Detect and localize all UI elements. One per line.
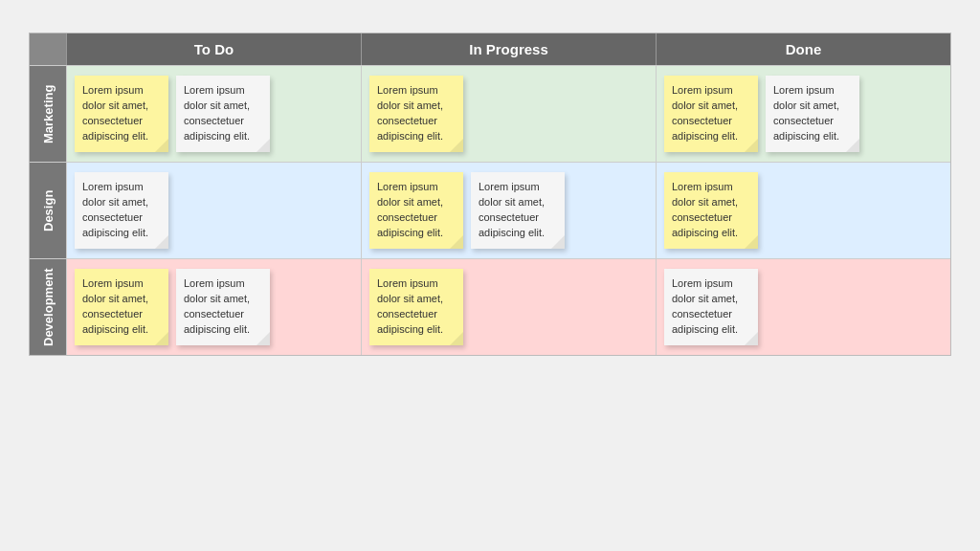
row-label-design: Design — [30, 163, 66, 258]
sticky-note: Lorem ipsum dolor sit amet, consectetuer… — [664, 172, 758, 249]
sticky-note: Lorem ipsum dolor sit amet, consectetuer… — [369, 76, 463, 152]
cell-design-in-progress: Lorem ipsum dolor sit amet, consectetuer… — [361, 163, 656, 258]
row-design: DesignLorem ipsum dolor sit amet, consec… — [30, 162, 950, 258]
header-row: To DoIn ProgressDone — [30, 33, 950, 65]
cell-marketing-in-progress: Lorem ipsum dolor sit amet, consectetuer… — [361, 66, 656, 162]
sticky-note: Lorem ipsum dolor sit amet, consectetuer… — [369, 172, 463, 249]
cell-marketing-to-do: Lorem ipsum dolor sit amet, consectetuer… — [66, 66, 361, 162]
cell-development-done: Lorem ipsum dolor sit amet, consectetuer… — [656, 259, 950, 355]
row-development: DevelopmentLorem ipsum dolor sit amet, c… — [30, 258, 950, 355]
sticky-note: Lorem ipsum dolor sit amet, consectetuer… — [176, 76, 270, 152]
cell-development-in-progress: Lorem ipsum dolor sit amet, consectetuer… — [361, 259, 656, 355]
col-header-done: Done — [656, 33, 950, 65]
cell-design-to-do: Lorem ipsum dolor sit amet, consectetuer… — [66, 163, 361, 258]
cell-marketing-done: Lorem ipsum dolor sit amet, consectetuer… — [656, 66, 950, 162]
sticky-note: Lorem ipsum dolor sit amet, consectetuer… — [75, 76, 168, 152]
sticky-note: Lorem ipsum dolor sit amet, consectetuer… — [176, 269, 270, 345]
sticky-note: Lorem ipsum dolor sit amet, consectetuer… — [75, 172, 168, 249]
col-header-in-progress: In Progress — [361, 33, 656, 65]
row-label-marketing: Marketing — [30, 66, 66, 162]
sticky-note: Lorem ipsum dolor sit amet, consectetuer… — [75, 269, 168, 345]
cell-development-to-do: Lorem ipsum dolor sit amet, consectetuer… — [66, 259, 361, 355]
row-marketing: MarketingLorem ipsum dolor sit amet, con… — [30, 65, 950, 162]
col-header-to-do: To Do — [66, 33, 361, 65]
cell-design-done: Lorem ipsum dolor sit amet, consectetuer… — [656, 163, 950, 258]
corner-cell — [30, 33, 66, 65]
sticky-note: Lorem ipsum dolor sit amet, consectetuer… — [471, 172, 565, 249]
kanban-board: To DoIn ProgressDone MarketingLorem ipsu… — [29, 33, 951, 356]
sticky-note: Lorem ipsum dolor sit amet, consectetuer… — [369, 269, 463, 345]
sticky-note: Lorem ipsum dolor sit amet, consectetuer… — [664, 269, 758, 345]
row-label-development: Development — [30, 259, 66, 355]
sticky-note: Lorem ipsum dolor sit amet, consectetuer… — [664, 76, 758, 152]
sticky-note: Lorem ipsum dolor sit amet, consectetuer… — [766, 76, 859, 152]
